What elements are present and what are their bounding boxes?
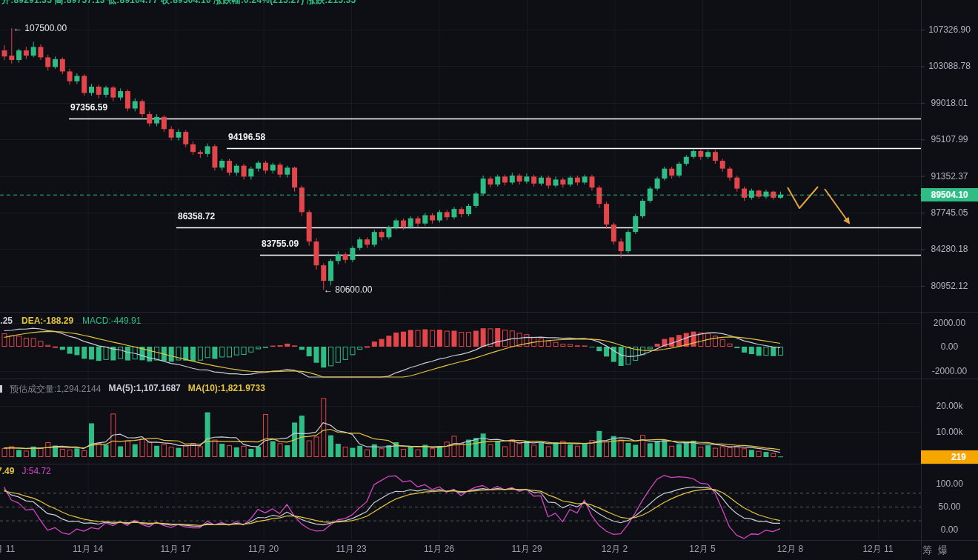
date-label: 12月 5 (689, 543, 715, 556)
volume-tick: 10.00k (921, 426, 978, 438)
liquidation-button[interactable]: 爆 (938, 544, 948, 557)
kdj-tick: 50.00 (921, 501, 978, 513)
price-level-label: 97356.59 (70, 102, 107, 113)
price-tick: 84280.18 (921, 243, 978, 255)
current-price-badge: 89504.10 (921, 188, 978, 201)
date-label: 11月 14 (73, 543, 103, 556)
kdj-d-value: D:57.49 (0, 466, 14, 476)
volume-tick: 20.00k (921, 400, 978, 412)
macd-tick: -2000.00 (921, 365, 978, 377)
date-label: 11月 29 (511, 543, 542, 556)
price-level-label: 83755.09 (262, 239, 299, 249)
kdj-tick: 100.00 (921, 478, 978, 490)
date-label: 12月 2 (602, 543, 628, 556)
volume-legend-caret-icon (0, 385, 2, 393)
chart-root: 开:89291.35 高:89757.13 低:89104.77 收:89504… (0, 0, 978, 560)
volume-badge: 219 (921, 450, 978, 464)
date-label: 11月 11 (0, 543, 15, 556)
kdj-j-value: J:54.72 (21, 466, 50, 476)
date-label: 11月 17 (160, 543, 190, 556)
volume-legend: 预估成交量:1,294.2144 MA(5):1,107.1687 MA(10)… (0, 383, 265, 396)
kdj-legend: K:55.60 D:57.49 J:54.72 (0, 466, 51, 476)
chart-canvas[interactable] (0, 0, 978, 560)
price-tick: 107326.90 (921, 24, 978, 36)
volume-ma10-value: MA(10):1,821.9733 (188, 383, 265, 396)
high-price-annotation: ← 107500.00 (13, 23, 67, 33)
macd-value: MACD:-449.91 (82, 316, 141, 326)
volume-estimate-value: 预估成交量:1,294.2144 (10, 383, 101, 396)
ohlc-legend: 开:89291.35 高:89757.13 低:89104.77 收:89504… (1, 0, 356, 7)
date-label: 11月 23 (336, 543, 366, 556)
macd-dea-value: DEA:-188.29 (21, 316, 73, 326)
price-tick: 80952.12 (921, 280, 978, 292)
price-tick: 87745.05 (921, 207, 978, 219)
chip-distribution-button[interactable]: 筹 (922, 544, 932, 557)
volume-ma5-value: MA(5):1,107.1687 (108, 383, 180, 396)
kdj-tick: 0.00 (921, 524, 978, 536)
date-label: 11月 26 (424, 543, 454, 556)
date-label: 12月 11 (862, 543, 893, 556)
price-tick: 91352.37 (921, 170, 978, 182)
price-level-label: 94196.58 (228, 132, 265, 142)
macd-legend: DIF:-638.25 DEA:-188.29 MACD:-449.91 (0, 316, 141, 326)
macd-dif-value: DIF:-638.25 (0, 316, 13, 326)
price-tick: 103088.78 (921, 60, 978, 72)
macd-tick: 2000.00 (921, 317, 978, 329)
macd-tick: 0.00 (921, 341, 978, 353)
date-label: 11月 20 (248, 543, 279, 556)
date-label: 12月 8 (777, 543, 803, 556)
corner-buttons: 筹 爆 (922, 544, 948, 557)
price-level-label: 86358.72 (178, 211, 215, 221)
price-tick: 95107.99 (921, 133, 978, 145)
low-price-annotation: ← 80600.00 (324, 284, 372, 295)
price-tick: 99018.01 (921, 97, 978, 109)
